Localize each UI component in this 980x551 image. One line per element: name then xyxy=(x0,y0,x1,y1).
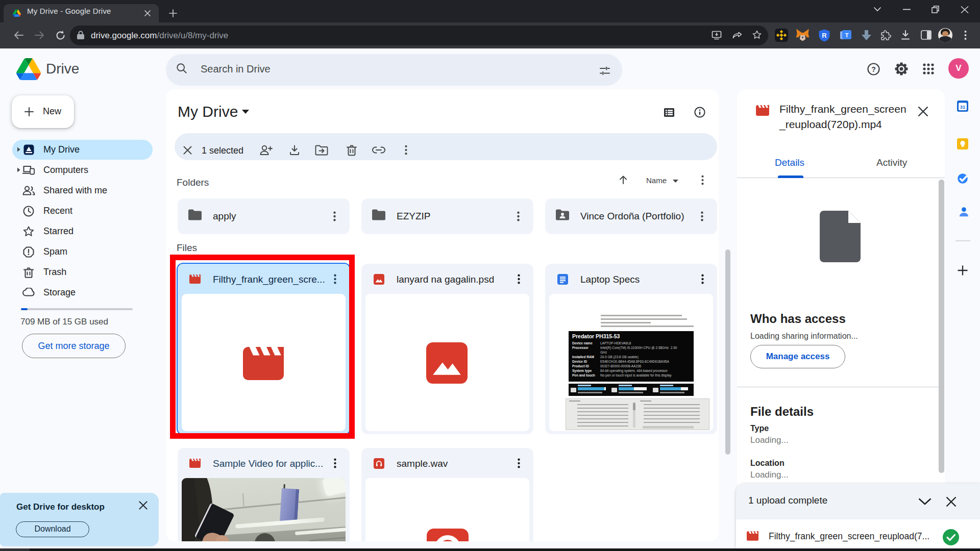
svg-text:T: T xyxy=(845,32,849,38)
svg-text:R: R xyxy=(822,32,827,39)
svg-text:31: 31 xyxy=(960,105,965,110)
svg-text:?: ? xyxy=(871,65,876,73)
